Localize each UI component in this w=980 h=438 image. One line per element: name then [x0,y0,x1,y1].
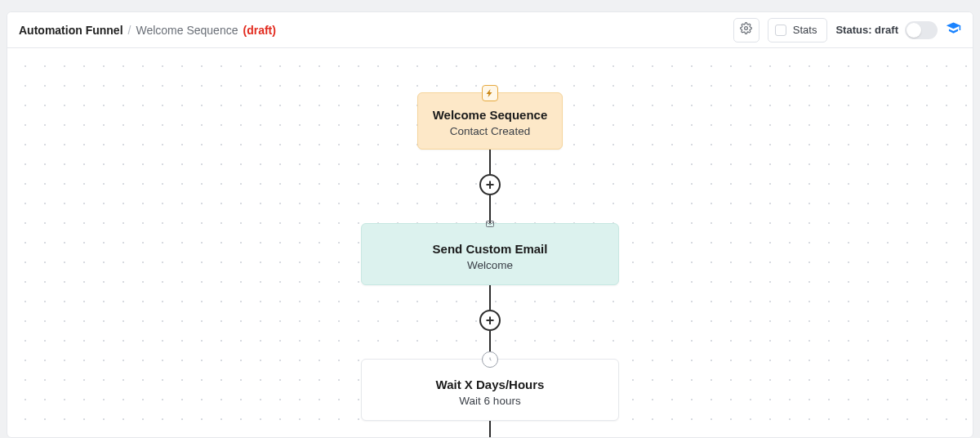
email-node-subtitle: Welcome [370,259,610,271]
settings-button[interactable] [733,18,760,42]
add-step-button[interactable]: + [479,310,501,331]
breadcrumb-funnel-name[interactable]: Welcome Sequence [136,24,238,37]
email-node[interactable]: Send Custom Email Welcome [361,223,619,285]
automation-canvas[interactable]: Welcome Sequence Contact Created + Send … [7,48,973,437]
clock-icon [482,351,498,368]
trigger-node-title: Welcome Sequence [426,108,554,122]
graduation-cap-icon [946,20,961,39]
help-button[interactable] [946,20,961,39]
stats-label: Stats [793,24,817,36]
email-icon [482,216,498,232]
breadcrumb-draft-badge: (draft) [243,24,275,37]
trigger-node-subtitle: Contact Created [426,125,554,137]
add-step-button[interactable]: + [479,174,501,195]
breadcrumb: Automation Funnel / Welcome Sequence (dr… [19,24,276,37]
status-toggle[interactable] [905,21,938,39]
header-bar: Automation Funnel / Welcome Sequence (dr… [7,12,973,48]
connector-line [489,421,491,438]
flow-column: Welcome Sequence Contact Created + Send … [7,92,973,438]
breadcrumb-root[interactable]: Automation Funnel [19,24,123,37]
gear-icon [740,22,752,38]
stats-checkbox[interactable] [775,25,786,36]
status-label: Status: draft [835,24,898,36]
stats-toggle-button[interactable]: Stats [768,18,828,42]
trigger-node[interactable]: Welcome Sequence Contact Created [417,92,563,150]
email-node-title: Send Custom Email [370,242,610,256]
connector-line [489,150,491,174]
breadcrumb-separator: / [128,24,131,37]
wait-node-subtitle: Wait 6 hours [370,395,610,407]
wait-node-title: Wait X Days/Hours [370,378,610,391]
wait-node[interactable]: Wait X Days/Hours Wait 6 hours [361,359,619,421]
bolt-icon [482,85,498,101]
status-section: Status: draft [835,21,938,39]
svg-point-0 [745,27,748,30]
connector-line [489,285,491,310]
